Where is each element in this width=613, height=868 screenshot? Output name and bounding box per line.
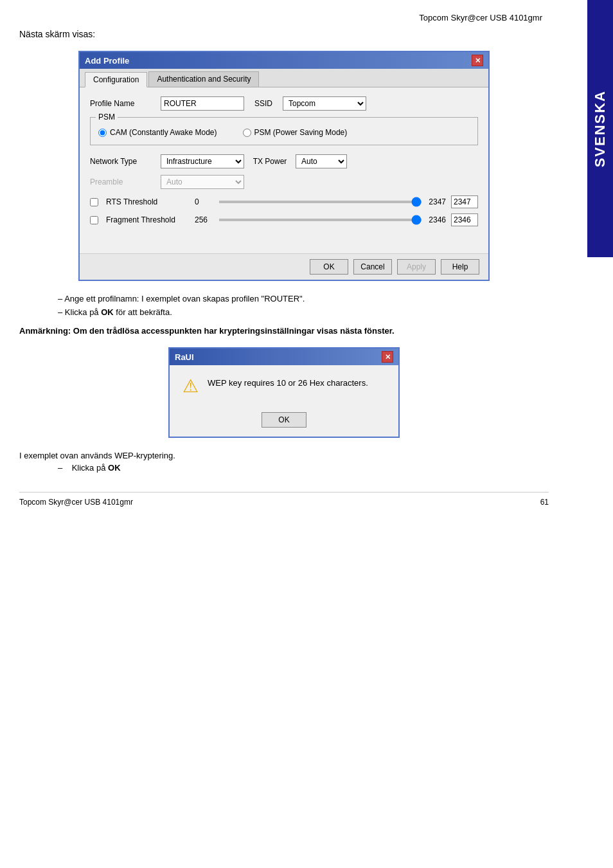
note-paragraph: Anmärkning: Om den trådlösa accesspunkte… xyxy=(19,326,549,336)
psm-radio[interactable] xyxy=(243,129,251,137)
fragment-input[interactable] xyxy=(451,213,478,226)
footer-brand: Topcom Skyr@cer USB 4101gmr xyxy=(19,498,133,507)
footer-page: 61 xyxy=(540,498,549,507)
add-profile-titlebar: Add Profile ✕ xyxy=(80,52,488,69)
ok-button[interactable]: OK xyxy=(310,259,348,275)
bullet-item-1: Ange ett profilnamn: I exemplet ovan ska… xyxy=(58,294,549,303)
fragment-val-right: 2346 xyxy=(427,215,446,224)
network-type-select[interactable]: Infrastructure Ad Hoc xyxy=(161,154,244,168)
warning-icon: ⚠ xyxy=(182,375,199,397)
raui-body: ⚠ WEP key requires 10 or 26 Hex characte… xyxy=(170,365,398,407)
header-brand: Topcom Skyr@cer USB 4101gmr xyxy=(19,13,549,23)
raui-ok-button[interactable]: OK xyxy=(262,412,306,428)
fragment-checkbox[interactable] xyxy=(90,216,98,224)
bullet-item-2: Klicka på OK för att bekräfta. xyxy=(58,307,549,317)
raui-footer: OK xyxy=(170,407,398,437)
cancel-button[interactable]: Cancel xyxy=(353,259,392,275)
ssid-select[interactable]: Topcom xyxy=(283,96,366,111)
add-profile-body: Profile Name SSID Topcom PSM CAM (Consta… xyxy=(80,87,488,253)
sidebar-label: SVENSKA xyxy=(587,0,613,257)
raui-message: WEP key requires 10 or 26 Hex characters… xyxy=(208,375,368,388)
bottom-text2: – Klicka på OK xyxy=(58,463,549,473)
rts-label: RTS Threshold xyxy=(106,197,190,206)
apply-button[interactable]: Apply xyxy=(397,259,436,275)
network-type-label: Network Type xyxy=(90,157,161,166)
tx-power-label: TX Power xyxy=(244,157,296,166)
psm-label: PSM (Power Saving Mode) xyxy=(254,128,348,137)
rts-input[interactable] xyxy=(451,195,478,208)
raui-title: RaUI xyxy=(175,352,194,362)
preamble-label: Preamble xyxy=(90,177,161,186)
fragment-slider[interactable] xyxy=(219,219,422,221)
fragment-val-left: 256 xyxy=(195,215,214,224)
rts-val-left: 0 xyxy=(195,197,214,206)
rts-threshold-row: RTS Threshold 0 2347 xyxy=(90,195,478,208)
add-profile-close-button[interactable]: ✕ xyxy=(472,55,483,66)
add-profile-title: Add Profile xyxy=(85,56,129,66)
psm-radio-item: PSM (Power Saving Mode) xyxy=(243,128,348,137)
profile-name-label: Profile Name xyxy=(90,99,161,108)
sidebar-text: SVENSKA xyxy=(592,90,609,167)
page-footer: Topcom Skyr@cer USB 4101gmr 61 xyxy=(19,492,549,507)
raui-dialog: RaUI ✕ ⚠ WEP key requires 10 or 26 Hex c… xyxy=(168,347,400,438)
rts-val-right: 2347 xyxy=(427,197,446,206)
cam-radio-item: CAM (Constantly Awake Mode) xyxy=(98,128,217,137)
rts-slider[interactable] xyxy=(219,201,422,203)
fragment-label: Fragment Threshold xyxy=(106,215,190,224)
psm-radio-row: CAM (Constantly Awake Mode) PSM (Power S… xyxy=(98,128,470,137)
psm-group-title: PSM xyxy=(96,113,118,122)
tab-authentication-security[interactable]: Authentication and Security xyxy=(148,71,259,87)
tab-configuration[interactable]: Configuration xyxy=(85,72,147,87)
cam-radio[interactable] xyxy=(98,129,107,137)
bottom-text1: I exemplet ovan används WEP-kryptering. xyxy=(19,451,549,460)
psm-group: PSM CAM (Constantly Awake Mode) PSM (Pow… xyxy=(90,117,478,145)
preamble-row: Preamble Auto xyxy=(90,175,478,189)
bullet-list: Ange ett profilnamn: I exemplet ovan ska… xyxy=(58,294,549,317)
ssid-label: SSID xyxy=(244,99,283,108)
add-profile-footer: OK Cancel Apply Help xyxy=(80,253,488,280)
profile-name-row: Profile Name SSID Topcom xyxy=(90,96,478,111)
help-button[interactable]: Help xyxy=(441,259,479,275)
raui-titlebar: RaUI ✕ xyxy=(170,348,398,365)
add-profile-tabs: Configuration Authentication and Securit… xyxy=(80,69,488,87)
preamble-select: Auto xyxy=(161,175,244,189)
profile-name-input[interactable] xyxy=(161,96,244,111)
cam-label: CAM (Constantly Awake Mode) xyxy=(110,128,217,137)
intro-text: Nästa skärm visas: xyxy=(19,29,549,39)
add-profile-dialog: Add Profile ✕ Configuration Authenticati… xyxy=(78,51,490,281)
fragment-threshold-row: Fragment Threshold 256 2346 xyxy=(90,213,478,226)
rts-checkbox[interactable] xyxy=(90,198,98,206)
network-type-row: Network Type Infrastructure Ad Hoc TX Po… xyxy=(90,154,478,168)
raui-close-button[interactable]: ✕ xyxy=(382,351,393,363)
tx-power-select[interactable]: Auto xyxy=(296,154,347,168)
